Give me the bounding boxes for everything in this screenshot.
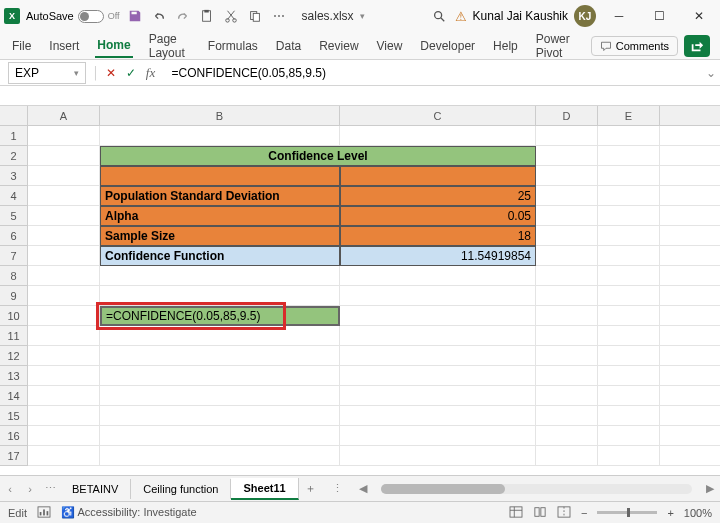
cell-blank[interactable]	[536, 386, 598, 406]
cell-blank[interactable]	[536, 146, 598, 166]
sheet-next-icon[interactable]: ›	[20, 483, 40, 495]
cell-blank[interactable]	[28, 386, 100, 406]
zoom-in-button[interactable]: +	[667, 507, 673, 519]
copy-icon[interactable]	[246, 7, 264, 25]
cell-b10-editing[interactable]: =CONFIDENCE(0.05,85,9.5)	[100, 306, 340, 326]
cell-blank[interactable]	[28, 226, 100, 246]
cell-blank[interactable]	[28, 406, 100, 426]
redo-icon[interactable]	[174, 7, 192, 25]
row-head-13[interactable]: 13	[0, 366, 28, 386]
cell-blank[interactable]	[536, 166, 598, 186]
cell-blank[interactable]	[536, 406, 598, 426]
cell-blank[interactable]	[598, 186, 660, 206]
share-button[interactable]	[684, 35, 710, 57]
col-head-C[interactable]: C	[340, 106, 536, 126]
cell-blank[interactable]	[340, 326, 536, 346]
sheet-tab-betainv[interactable]: BETAINV	[60, 479, 131, 499]
row-head-10[interactable]: 10	[0, 306, 28, 326]
cell-blank[interactable]	[660, 306, 720, 326]
cell-blank[interactable]	[660, 146, 720, 166]
cell-blank[interactable]	[536, 366, 598, 386]
tab-review[interactable]: Review	[317, 35, 360, 57]
cell-blank[interactable]	[598, 246, 660, 266]
row-head-16[interactable]: 16	[0, 426, 28, 446]
tab-insert[interactable]: Insert	[47, 35, 81, 57]
cell-blank[interactable]	[660, 186, 720, 206]
cell-blank[interactable]	[536, 206, 598, 226]
fx-icon[interactable]: fx	[142, 64, 160, 82]
cell-blank[interactable]	[100, 426, 340, 446]
col-head-D[interactable]: D	[536, 106, 598, 126]
row-head-14[interactable]: 14	[0, 386, 28, 406]
sheet-more-icon[interactable]: ⋯	[40, 482, 60, 495]
cell-blank[interactable]	[536, 226, 598, 246]
cell-blank[interactable]	[660, 366, 720, 386]
row-head-4[interactable]: 4	[0, 186, 28, 206]
cell-blank[interactable]	[598, 386, 660, 406]
cell-blank[interactable]	[340, 366, 536, 386]
cell-blank[interactable]	[340, 266, 536, 286]
undo-icon[interactable]	[150, 7, 168, 25]
cell-blank[interactable]	[598, 326, 660, 346]
cell-blank[interactable]	[536, 126, 598, 146]
tab-file[interactable]: File	[10, 35, 33, 57]
sheet-prev-icon[interactable]: ‹	[0, 483, 20, 495]
horizontal-scrollbar[interactable]	[373, 484, 700, 494]
cell-blank[interactable]	[660, 326, 720, 346]
cell-blank[interactable]	[598, 226, 660, 246]
sheet-tab-sheet11[interactable]: Sheet11	[231, 478, 298, 500]
cell-blank[interactable]	[100, 366, 340, 386]
tab-formulas[interactable]: Formulas	[206, 35, 260, 57]
cell-blank[interactable]	[536, 326, 598, 346]
row-head-17[interactable]: 17	[0, 446, 28, 466]
cut-icon[interactable]	[222, 7, 240, 25]
tab-power-pivot[interactable]: Power Pivot	[534, 28, 577, 64]
autosave-toggle[interactable]: AutoSave Off	[26, 10, 120, 23]
cell-blank[interactable]	[660, 266, 720, 286]
cell-blank[interactable]	[536, 426, 598, 446]
cell-blank[interactable]	[660, 126, 720, 146]
cell-b3[interactable]	[100, 166, 340, 186]
row-head-1[interactable]: 1	[0, 126, 28, 146]
view-page-break-icon[interactable]	[557, 506, 571, 520]
cell-blank[interactable]	[660, 286, 720, 306]
tab-developer[interactable]: Developer	[418, 35, 477, 57]
row-head-3[interactable]: 3	[0, 166, 28, 186]
comments-button[interactable]: Comments	[591, 36, 678, 56]
row-head-6[interactable]: 6	[0, 226, 28, 246]
cell-blank[interactable]	[536, 446, 598, 466]
cell-blank[interactable]	[660, 406, 720, 426]
confirm-formula-icon[interactable]: ✓	[122, 64, 140, 82]
cell-blank[interactable]	[598, 266, 660, 286]
formula-input[interactable]	[166, 62, 703, 84]
cell-blank[interactable]	[340, 306, 536, 326]
cell-blank[interactable]	[28, 366, 100, 386]
cell-blank[interactable]	[598, 366, 660, 386]
cell-blank[interactable]	[340, 126, 536, 146]
cell-blank[interactable]	[100, 286, 340, 306]
cell-blank[interactable]	[340, 446, 536, 466]
col-head-A[interactable]: A	[28, 106, 100, 126]
scroll-right-icon[interactable]: ▶	[700, 482, 720, 495]
cell-blank[interactable]	[660, 246, 720, 266]
tab-help[interactable]: Help	[491, 35, 520, 57]
zoom-slider[interactable]	[597, 511, 657, 514]
cell-blank[interactable]	[340, 406, 536, 426]
cell-blank[interactable]	[598, 446, 660, 466]
row-head-5[interactable]: 5	[0, 206, 28, 226]
user-account[interactable]: Kunal Jai Kaushik KJ	[473, 5, 596, 27]
spreadsheet-grid[interactable]: ABCDE 1234567891011121314151617 Confiden…	[0, 106, 720, 475]
expand-formula-bar-icon[interactable]: ⌄	[702, 66, 720, 80]
tab-view[interactable]: View	[375, 35, 405, 57]
cell-blank[interactable]	[28, 246, 100, 266]
accessibility-status[interactable]: ♿ Accessibility: Investigate	[61, 506, 197, 519]
warning-icon[interactable]: ⚠	[455, 9, 467, 24]
cell-blank[interactable]	[100, 406, 340, 426]
tab-home[interactable]: Home	[95, 34, 132, 58]
cell-c6-value[interactable]: 18	[340, 226, 536, 246]
cell-blank[interactable]	[660, 426, 720, 446]
cell-blank[interactable]	[28, 126, 100, 146]
row-head-8[interactable]: 8	[0, 266, 28, 286]
cell-blank[interactable]	[28, 306, 100, 326]
cell-blank[interactable]	[660, 166, 720, 186]
